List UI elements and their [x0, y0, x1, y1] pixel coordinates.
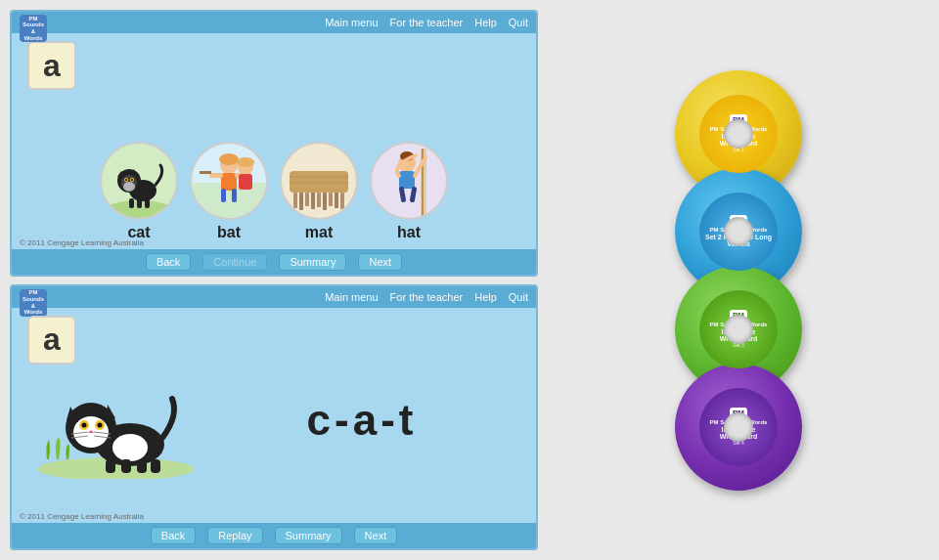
screen-2: PMSounds&Words Main menu For the teacher…	[10, 284, 538, 551]
cd-4[interactable]: PM PM Sounds & Words Interactive Whitebo…	[675, 364, 802, 491]
nav-quit-1[interactable]: Quit	[509, 17, 528, 28]
cd-4-inner	[724, 412, 753, 442]
svg-rect-7	[137, 198, 142, 208]
svg-point-55	[98, 422, 103, 427]
svg-rect-32	[323, 193, 327, 210]
svg-rect-34	[335, 193, 338, 208]
word-item-cat: cat	[100, 142, 178, 241]
svg-rect-61	[106, 459, 115, 473]
word-label-mat: mat	[305, 224, 333, 241]
next-button-1[interactable]: Next	[358, 253, 402, 271]
svg-point-16	[219, 153, 239, 165]
nav-logo-1: PMSounds&Words	[20, 15, 47, 42]
cat-illustration-area	[27, 362, 203, 479]
svg-rect-8	[145, 198, 150, 208]
svg-point-11	[125, 179, 127, 181]
replay-button-2[interactable]: Replay	[207, 527, 262, 544]
copyright-1: © 2011 Cengage Learning Australia	[20, 238, 144, 247]
svg-rect-62	[121, 459, 131, 473]
svg-point-24	[237, 157, 254, 167]
back-button-1[interactable]: Back	[146, 253, 191, 271]
back-button-2[interactable]: Back	[151, 527, 196, 544]
word-circle-cat[interactable]	[100, 142, 178, 220]
word-item-bat: bat	[190, 142, 268, 241]
nav-main-menu-1[interactable]: Main menu	[325, 17, 378, 28]
screens-container: PMSounds&Words Main menu For the teacher…	[0, 0, 548, 560]
word-circle-mat[interactable]	[280, 142, 358, 220]
svg-rect-20	[209, 173, 223, 178]
svg-rect-22	[200, 171, 211, 174]
word-circle-bat[interactable]	[190, 142, 268, 220]
copyright-2: © 2011 Cengage Learning Australia	[20, 512, 144, 521]
cd-3-inner	[724, 315, 753, 344]
svg-point-54	[82, 422, 87, 427]
cd-2-inner	[724, 217, 753, 246]
nav-help-1[interactable]: Help	[474, 17, 497, 28]
summary-button-1[interactable]: Summary	[279, 253, 346, 271]
bottom-bar-1: Back Continue Summary Next	[12, 249, 536, 275]
nav-for-teacher-1[interactable]: For the teacher	[390, 17, 464, 28]
nav-help-2[interactable]: Help	[474, 291, 497, 303]
letter-box-2: a	[27, 316, 76, 365]
word-item-mat: mat	[280, 142, 358, 241]
summary-button-2[interactable]: Summary	[275, 527, 342, 544]
nav-bar-1: PMSounds&Words Main menu For the teacher…	[12, 12, 536, 33]
svg-rect-30	[311, 193, 315, 209]
letter-box-1: a	[27, 41, 76, 90]
bottom-bar-2: Back Replay Summary Next	[12, 523, 536, 548]
screen-1: PMSounds&Words Main menu For the teacher…	[10, 10, 538, 277]
svg-rect-17	[221, 173, 237, 191]
cds-container: PM PM Sounds & Words Interactive Whitebo…	[548, 0, 939, 560]
word-label-bat: bat	[217, 224, 241, 241]
svg-rect-25	[239, 174, 252, 190]
words-row: cat	[27, 98, 520, 241]
svg-rect-63	[137, 459, 147, 473]
screen-1-content: a	[12, 33, 536, 249]
svg-rect-31	[317, 193, 321, 207]
word-item-hat: hat	[370, 142, 448, 241]
screen-2-content: a	[12, 308, 536, 524]
svg-rect-29	[305, 193, 309, 206]
svg-rect-28	[299, 193, 303, 210]
svg-rect-33	[329, 193, 333, 206]
cd-1-inner	[724, 119, 753, 149]
svg-point-47	[112, 434, 148, 461]
svg-rect-42	[399, 171, 415, 189]
nav-logo-2: PMSounds&Words	[20, 289, 47, 317]
svg-rect-18	[221, 189, 226, 202]
word-label-hat: hat	[397, 224, 421, 241]
nav-main-menu-2[interactable]: Main menu	[325, 291, 378, 303]
nav-quit-2[interactable]: Quit	[509, 291, 528, 303]
svg-rect-43	[399, 186, 407, 202]
svg-rect-26	[290, 171, 348, 193]
svg-rect-19	[232, 189, 237, 202]
svg-rect-27	[293, 193, 297, 208]
continue-button-1[interactable]: Continue	[202, 253, 267, 271]
svg-rect-35	[340, 193, 344, 209]
next-button-2[interactable]: Next	[354, 527, 398, 544]
nav-for-teacher-2[interactable]: For the teacher	[390, 291, 464, 303]
svg-rect-44	[410, 186, 418, 202]
svg-rect-6	[129, 198, 134, 208]
svg-rect-64	[151, 459, 160, 473]
svg-point-12	[131, 179, 133, 181]
word-spelled-display: c-a-t	[203, 396, 520, 445]
nav-bar-2: PMSounds&Words Main menu For the teacher…	[12, 286, 536, 308]
cd-4-wrapper: PM PM Sounds & Words Interactive Whitebo…	[675, 364, 802, 491]
svg-marker-51	[106, 405, 115, 420]
word-circle-hat[interactable]	[370, 142, 448, 220]
svg-point-13	[123, 182, 135, 192]
